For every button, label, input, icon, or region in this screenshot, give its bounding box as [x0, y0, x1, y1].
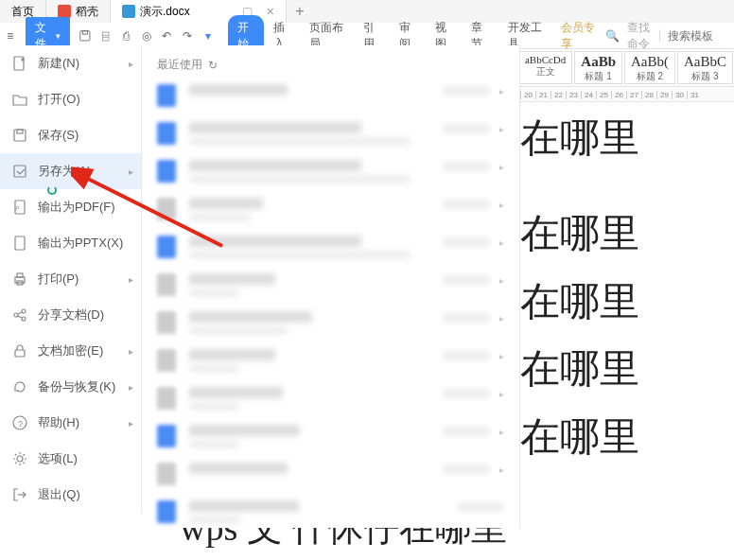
open-icon[interactable]: ⌸ [99, 28, 113, 44]
menu-icon[interactable]: ≡ [4, 28, 17, 44]
menu-new[interactable]: 新建(N)▸ [0, 45, 141, 81]
recent-file-item[interactable]: ▸ [157, 80, 519, 118]
pptx-icon [11, 235, 28, 252]
style-normal[interactable]: aBbCcDd 正文 [518, 51, 572, 84]
menu-exit[interactable]: 退出(Q) [0, 477, 141, 513]
menu-share[interactable]: 分享文档(D) [0, 297, 141, 333]
preview-icon[interactable]: ◎ [140, 28, 153, 44]
word-doc-icon [122, 5, 135, 18]
search-template-input[interactable] [668, 29, 725, 43]
recent-file-item[interactable]: ▸ [157, 232, 519, 270]
search-commands-link[interactable]: 查找命令 [627, 20, 652, 52]
style-heading3[interactable]: AaBbC 标题 3 [677, 51, 733, 84]
exit-icon [11, 486, 28, 503]
recent-file-item[interactable]: ▸ [157, 459, 519, 497]
recent-file-item[interactable]: ▸ [157, 383, 519, 421]
recent-file-item[interactable]: ▸ [157, 194, 519, 232]
svg-point-15 [22, 309, 26, 313]
open-folder-icon [11, 91, 28, 108]
save-icon[interactable] [79, 28, 92, 44]
recent-file-item[interactable]: ▸ [157, 307, 519, 345]
svg-text:P: P [16, 205, 20, 211]
undo-icon[interactable]: ↶ [161, 28, 174, 44]
svg-rect-7 [14, 166, 26, 177]
recent-title: 最近使用 ↻ [157, 57, 519, 73]
share-icon [11, 306, 28, 324]
svg-rect-12 [17, 273, 23, 277]
menu-export-pdf[interactable]: P 输出为PDF(F) [0, 189, 141, 225]
svg-point-22 [17, 456, 23, 462]
menu-save[interactable]: 保存(S) [0, 117, 141, 153]
recent-file-item[interactable]: ▸ [157, 421, 519, 459]
save-icon [11, 127, 28, 144]
style-heading1[interactable]: AaBb 标题 1 [574, 51, 622, 84]
svg-point-16 [22, 317, 26, 321]
recent-file-item[interactable]: ▸ [157, 345, 519, 383]
svg-text:?: ? [18, 419, 23, 429]
svg-rect-1 [82, 30, 87, 33]
menu-open[interactable]: 打开(O) [0, 81, 141, 117]
style-heading2[interactable]: AaBb( 标题 2 [624, 51, 675, 84]
search-area: 🔍 查找命令 [605, 20, 734, 52]
refresh-icon[interactable]: ↻ [208, 59, 218, 72]
saveas-icon [11, 163, 28, 180]
svg-line-17 [18, 312, 22, 314]
chevron-down-icon: ▾ [56, 31, 61, 41]
horizontal-ruler[interactable]: 202122232425262728293031 [520, 89, 734, 102]
menu-backup[interactable]: 备份与恢复(K)▸ [0, 369, 141, 405]
daoke-icon [58, 5, 71, 18]
search-icon[interactable]: 🔍 [605, 29, 620, 43]
new-file-icon [11, 55, 28, 72]
svg-rect-5 [14, 130, 26, 141]
pdf-icon: P [11, 199, 28, 216]
print-icon[interactable]: ⎙ [119, 28, 132, 44]
recent-file-item[interactable] [157, 497, 519, 534]
styles-gallery: aBbCcDd 正文 AaBb 标题 1 AaBb( 标题 2 AaBbC 标题… [517, 49, 734, 87]
menu-export-pptx[interactable]: 输出为PPTX(X) [0, 225, 141, 261]
recent-files-panel: 最近使用 ↻ ▸ ▸ ▸ ▸ ▸ ▸ ▸ ▸ ▸ ▸ ▸ [142, 45, 520, 528]
menu-encrypt[interactable]: 文档加密(E)▸ [0, 333, 141, 369]
lock-icon [11, 342, 28, 359]
svg-point-14 [14, 313, 18, 317]
document-content: 在哪里 在哪里 在哪里 在哪里 在哪里 [520, 104, 734, 470]
menu-options[interactable]: 选项(L) [0, 441, 141, 477]
recent-file-item[interactable]: ▸ [157, 118, 519, 156]
svg-rect-10 [15, 236, 25, 250]
menu-saveas[interactable]: 另存为(A)▸ [0, 153, 141, 189]
file-menu-panel: 新建(N)▸ 打开(O) 保存(S) 另存为(A)▸ P 输出为PDF(F) 输… [0, 45, 142, 513]
recent-file-item[interactable]: ▸ [157, 156, 519, 194]
svg-rect-0 [80, 30, 90, 40]
svg-line-18 [18, 316, 22, 318]
more-icon[interactable]: ▾ [201, 28, 215, 44]
help-icon: ? [11, 414, 28, 431]
recent-file-item[interactable]: ▸ [157, 270, 519, 307]
backup-icon [11, 378, 28, 395]
svg-rect-6 [17, 130, 23, 133]
svg-rect-19 [15, 350, 25, 357]
redo-icon[interactable]: ↷ [181, 28, 194, 44]
menu-help[interactable]: ? 帮助(H)▸ [0, 405, 141, 441]
gear-icon [11, 450, 28, 467]
print-icon [11, 271, 28, 288]
menu-print[interactable]: 打印(P)▸ [0, 261, 141, 297]
